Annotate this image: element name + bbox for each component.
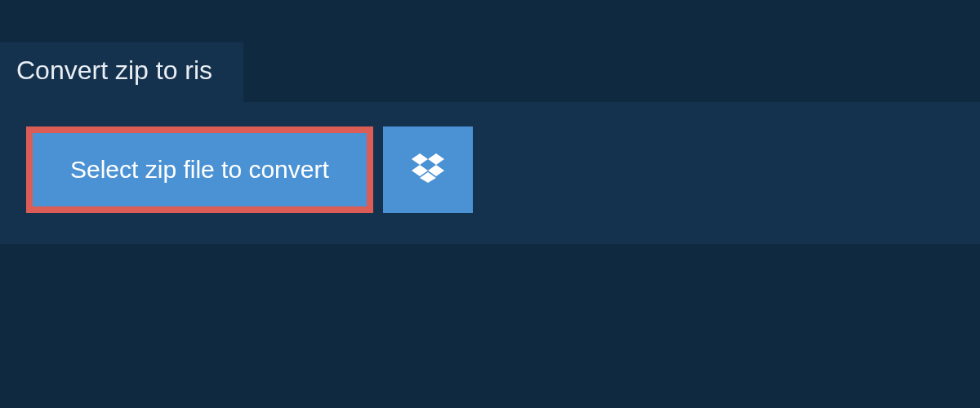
tab-label: Convert zip to ris xyxy=(16,55,212,85)
tab-bar: Convert zip to ris xyxy=(0,42,980,102)
action-row: Select zip file to convert xyxy=(26,126,954,213)
select-file-label: Select zip file to convert xyxy=(70,156,329,183)
dropbox-icon xyxy=(412,153,444,186)
tab-convert[interactable]: Convert zip to ris xyxy=(0,42,243,102)
dropbox-button[interactable] xyxy=(383,126,473,213)
select-file-button[interactable]: Select zip file to convert xyxy=(26,126,373,213)
converter-panel: Select zip file to convert xyxy=(0,102,980,244)
